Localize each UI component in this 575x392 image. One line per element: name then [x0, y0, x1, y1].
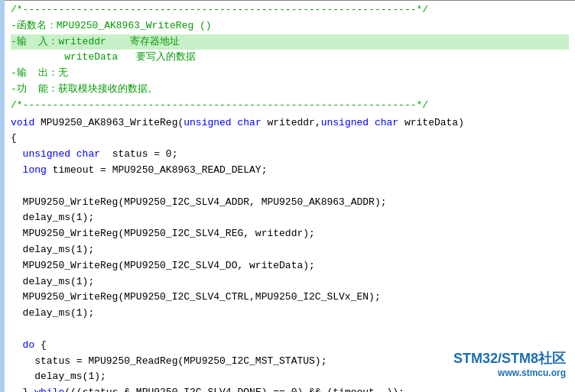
code-container: /*--------------------------------------… — [0, 0, 575, 392]
code-l10: MPU9250_WriteReg(MPU9250_I2C_SLV4_CTRL,M… — [11, 290, 569, 306]
brace-open: { — [11, 131, 569, 147]
code-l1: unsigned char status = 0; — [11, 147, 569, 163]
watermark-title: STM32/STM8社区 — [453, 349, 566, 368]
comment-line-7: /*--------------------------------------… — [11, 98, 569, 114]
code-while: } while(((status & MPU9250_I2C_SLV4_DONE… — [11, 385, 569, 392]
func-signature: void MPU9250_AK8963_WriteReg(unsigned ch… — [11, 115, 569, 131]
code-l9: delay_ms(1); — [11, 274, 569, 290]
code-l2: long timeout = MPU9250_AK8963_READ_DELAY… — [11, 163, 569, 179]
code-blank1 — [11, 179, 569, 195]
watermark: STM32/STM8社区 www.stmcu.org — [453, 349, 566, 378]
code-l5: delay_ms(1); — [11, 210, 569, 226]
comment-line-2: -函数名：MPU9250_AK8963_WriteReg () — [11, 18, 569, 34]
comment-line-5: -输 出：无 — [11, 66, 569, 82]
comment-line-1: /*--------------------------------------… — [11, 2, 569, 18]
comment-line-6: -功 能：获取模块接收的数据。 — [11, 82, 569, 98]
code-l8: MPU9250_WriteReg(MPU9250_I2C_SLV4_DO, wr… — [11, 258, 569, 274]
watermark-url: www.stmcu.org — [453, 368, 566, 378]
code-l11: delay_ms(1); — [11, 306, 569, 322]
code-l6: MPU9250_WriteReg(MPU9250_I2C_SLV4_REG, w… — [11, 226, 569, 242]
code-l4: MPU9250_WriteReg(MPU9250_I2C_SLV4_ADDR, … — [11, 195, 569, 211]
comment-block: /*--------------------------------------… — [5, 1, 575, 115]
left-bar — [0, 0, 5, 392]
code-l7: delay_ms(1); — [11, 242, 569, 258]
comment-line-4: writeData 要写入的数据 — [11, 50, 569, 66]
comment-line-3: -输 入：writeddr 寄存器地址 — [11, 34, 569, 50]
code-blank2 — [11, 322, 569, 338]
